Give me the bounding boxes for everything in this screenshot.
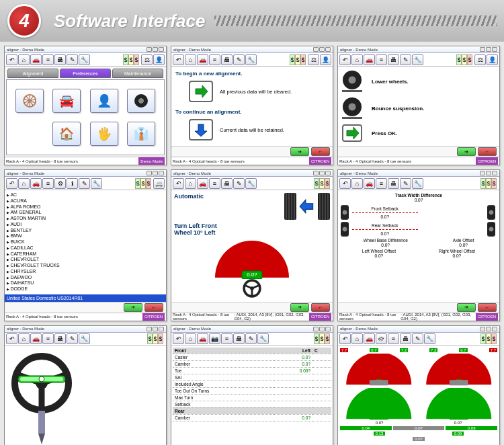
menu-icon[interactable]: ≡	[388, 333, 399, 344]
hand-icon[interactable]: 🖐	[90, 122, 118, 146]
wrench-icon[interactable]: 🔧	[424, 333, 435, 344]
print-icon[interactable]: 🖶	[221, 178, 233, 189]
info-icon[interactable]: ℹ	[67, 178, 78, 189]
currency-icon[interactable]: $$$	[480, 333, 498, 344]
tool-icon[interactable]: ✎	[245, 333, 257, 344]
tool-icon[interactable]: ✎	[400, 178, 411, 189]
menu-icon[interactable]: ≡	[209, 178, 220, 189]
close-btn[interactable]	[159, 327, 164, 331]
db-icon[interactable]: ⚙	[54, 178, 66, 189]
shop-icon[interactable]: 🏠	[52, 122, 81, 146]
min-btn[interactable]	[480, 327, 485, 331]
max-btn[interactable]	[153, 327, 158, 331]
min-btn[interactable]	[146, 171, 152, 175]
wrench-icon[interactable]: 🔧	[412, 178, 423, 189]
tire-icon[interactable]	[127, 89, 155, 113]
back-button[interactable]: ←	[144, 303, 163, 312]
back-icon[interactable]: ↶	[173, 333, 184, 344]
back-button[interactable]: ←	[311, 303, 330, 312]
camera-icon[interactable]: 📷	[209, 333, 220, 344]
veh-icon[interactable]: 🚐	[153, 178, 165, 189]
min-btn[interactable]	[313, 171, 319, 175]
list-item[interactable]: AC	[7, 192, 164, 198]
wrench-icon[interactable]: 🔧	[245, 178, 257, 189]
back-icon[interactable]: ↶	[6, 178, 17, 189]
wrench-icon[interactable]: 🔧	[91, 178, 102, 189]
close-btn[interactable]	[492, 171, 497, 175]
home-icon[interactable]: ⌂	[18, 333, 30, 344]
car-icon[interactable]: 🚗	[30, 54, 42, 65]
list-item[interactable]: DODGE	[7, 286, 164, 292]
max-btn[interactable]	[486, 171, 491, 175]
print-icon[interactable]: 🖶	[233, 333, 245, 344]
close-btn[interactable]	[159, 171, 164, 175]
list-item[interactable]: ACURA	[7, 198, 164, 204]
scale-icon[interactable]: ⚖	[141, 54, 153, 65]
tool-icon[interactable]: ✎	[67, 333, 78, 344]
min-btn[interactable]	[146, 47, 152, 52]
tool-icon[interactable]: ✎	[412, 333, 423, 344]
tool-icon[interactable]: ✎	[233, 54, 245, 65]
home-icon[interactable]: ⌂	[185, 54, 196, 65]
tool-icon[interactable]: ✎	[233, 178, 245, 189]
close-btn[interactable]	[325, 171, 331, 175]
print-icon[interactable]: 🖶	[388, 54, 399, 65]
tech-icon[interactable]: 👔	[127, 122, 155, 146]
max-btn[interactable]	[153, 47, 158, 52]
menu-icon[interactable]: ≡	[221, 333, 233, 344]
ok-button[interactable]	[342, 124, 362, 142]
menu-icon[interactable]: ≡	[209, 54, 220, 65]
currency-icon[interactable]: $$$	[147, 333, 165, 344]
back-icon[interactable]: ↶	[173, 54, 184, 65]
car-icon[interactable]: 🚗	[197, 178, 208, 189]
currency-icon[interactable]: $$$	[290, 54, 307, 65]
list-item[interactable]: CHRYSLER	[7, 269, 164, 275]
back-icon[interactable]: ↶	[339, 178, 351, 189]
list-item[interactable]: ASTON MARTIN	[7, 216, 164, 222]
next-button[interactable]: ➔	[457, 303, 476, 312]
close-btn[interactable]	[492, 47, 497, 52]
home-icon[interactable]: ⌂	[351, 178, 363, 189]
max-btn[interactable]	[319, 47, 325, 52]
print-icon[interactable]: 🖶	[54, 54, 66, 65]
home-icon[interactable]: ⌂	[18, 54, 30, 65]
back-button[interactable]: ←	[478, 147, 497, 156]
max-btn[interactable]	[319, 171, 325, 175]
next-button[interactable]: ➔	[290, 147, 309, 156]
home-icon[interactable]: ⌂	[351, 333, 363, 344]
currency-icon[interactable]: $$$	[480, 178, 498, 189]
home-icon[interactable]: ⌂	[18, 178, 30, 189]
calibrate-icon[interactable]: 🚘	[52, 89, 81, 113]
car-icon[interactable]: 🚗	[364, 178, 375, 189]
currency-icon[interactable]: $$$	[135, 178, 153, 189]
adjust-icon[interactable]: ⛮	[376, 333, 387, 344]
back-icon[interactable]: ↶	[173, 178, 184, 189]
car-icon[interactable]: 🚗	[197, 54, 208, 65]
home-icon[interactable]: ⌂	[185, 333, 196, 344]
tab-maintenance[interactable]: Maintenance	[112, 69, 163, 78]
min-btn[interactable]	[146, 327, 152, 331]
max-btn[interactable]	[486, 47, 491, 52]
close-btn[interactable]	[325, 47, 331, 52]
list-item[interactable]: AM GENERAL	[7, 210, 164, 216]
user-icon[interactable]: 👤	[90, 89, 118, 113]
list-item[interactable]: BUICK	[7, 239, 164, 245]
list-item[interactable]: DAEWOO	[7, 275, 164, 281]
currency-icon[interactable]: $$$	[123, 54, 140, 65]
close-btn[interactable]	[159, 47, 164, 52]
list-item[interactable]: CHEVROLET TRUCKS	[7, 263, 164, 269]
menu-icon[interactable]: ≡	[42, 178, 54, 189]
continue-align-button[interactable]	[189, 119, 213, 140]
menu-icon[interactable]: ≡	[42, 54, 54, 65]
print-icon[interactable]: 🖶	[388, 178, 399, 189]
back-icon[interactable]: ↶	[6, 54, 17, 65]
user-icon[interactable]: 👤	[487, 54, 498, 65]
menu-icon[interactable]: ≡	[376, 178, 387, 189]
new-align-button[interactable]	[189, 81, 213, 102]
print-icon[interactable]: 🖶	[54, 333, 66, 344]
manufacturer-list[interactable]: ACACURAALFA ROMEOAM GENERALASTON MARTINA…	[5, 190, 166, 294]
list-item[interactable]: ALFA ROMEO	[7, 204, 164, 210]
tab-alignment[interactable]: Alignment	[7, 69, 58, 78]
list-item[interactable]: CATERHAM	[7, 251, 164, 257]
wrench-icon[interactable]: 🔧	[412, 54, 423, 65]
